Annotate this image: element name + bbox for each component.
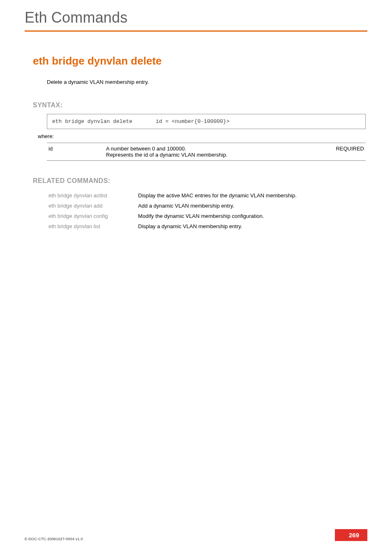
param-required: REQUIRED xyxy=(325,143,366,161)
related-command-desc: Display the active MAC entries for the d… xyxy=(136,190,366,201)
param-desc-line: A number between 0 and 100000. xyxy=(106,146,323,152)
command-title: eth bridge dynvlan delete xyxy=(33,55,367,67)
table-row: eth bridge dynvlan list Display a dynami… xyxy=(47,221,366,231)
parameter-table: id A number between 0 and 100000. Repres… xyxy=(47,143,366,161)
related-command-name: eth bridge dynvlan list xyxy=(47,221,136,231)
param-description: A number between 0 and 100000. Represent… xyxy=(104,143,325,161)
document-id: E-DOC-CTC-20061027-0004 v1.0 xyxy=(25,537,83,541)
related-commands-table: eth bridge dynvlan actlist Display the a… xyxy=(47,190,366,231)
related-command-desc: Add a dynamic VLAN membership entry. xyxy=(136,201,366,211)
page-header-title: Eth Commands xyxy=(25,9,367,26)
related-command-desc: Display a dynamic VLAN membership entry. xyxy=(136,221,366,231)
table-row: id A number between 0 and 100000. Repres… xyxy=(47,143,366,161)
param-desc-line: Represents the id of a dynamic VLAN memb… xyxy=(106,152,323,158)
related-command-name: eth bridge dynvlan add xyxy=(47,201,136,211)
page-footer: E-DOC-CTC-20061027-0004 v1.0 269 xyxy=(25,529,367,541)
syntax-box: eth bridge dynvlan delete id = <number{0… xyxy=(47,114,366,129)
table-row: eth bridge dynvlan add Add a dynamic VLA… xyxy=(47,201,366,211)
syntax-command-text: eth bridge dynvlan delete xyxy=(52,118,156,125)
syntax-label: SYNTAX: xyxy=(33,102,367,109)
header-rule xyxy=(25,30,367,32)
related-command-name: eth bridge dynvlan actlist xyxy=(47,190,136,201)
page: Eth Commands eth bridge dynvlan delete D… xyxy=(0,0,392,555)
param-name: id xyxy=(47,143,104,161)
related-commands-label: RELATED COMMANDS: xyxy=(33,177,367,185)
table-row: eth bridge dynvlan config Modify the dyn… xyxy=(47,211,366,221)
syntax-argument-text: id = <number{0-100000}> xyxy=(156,118,229,125)
page-number: 269 xyxy=(335,529,367,541)
related-command-name: eth bridge dynvlan config xyxy=(47,211,136,221)
related-command-desc: Modify the dynamic VLAN membership confi… xyxy=(136,211,366,221)
command-description: Delete a dynamic VLAN membership entry. xyxy=(47,79,367,85)
syntax-where-label: where: xyxy=(38,133,367,139)
table-row: eth bridge dynvlan actlist Display the a… xyxy=(47,190,366,201)
